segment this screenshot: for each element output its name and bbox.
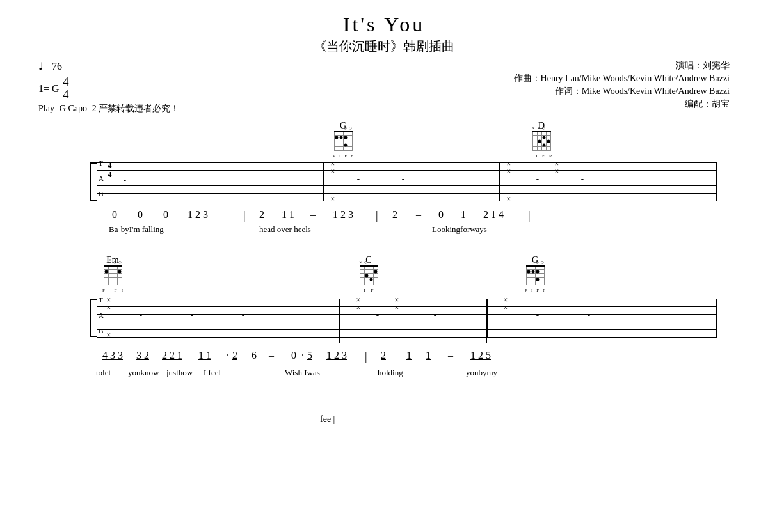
chord-g2-table <box>526 265 545 286</box>
music-content: G ○ ○ <box>38 121 730 428</box>
barline-1 <box>323 162 324 201</box>
chord-C-diagram: C × ○ <box>358 255 379 286</box>
tempo: ♩= 76 <box>38 60 179 72</box>
x-m3-t2: × <box>555 167 559 176</box>
tab-staff-2: T A B × × × - - - × × × × - <box>90 299 717 337</box>
dash-m1: - <box>124 175 126 185</box>
x-m1-t2: × <box>331 167 335 176</box>
singer: 演唱：刘宪华 <box>676 60 730 72</box>
section-2: Em ○ ○ <box>38 255 730 428</box>
arranger: 编配：胡宝 <box>685 98 730 110</box>
dash-m3-2: - <box>581 174 584 184</box>
dash-m2-2: - <box>402 174 404 184</box>
time-signature: 4 4 <box>63 76 69 102</box>
dash-m3-1: - <box>536 174 539 184</box>
chord-em-table <box>104 265 122 286</box>
chord-G-diagram: G ○ ○ <box>333 121 353 152</box>
chord-D-diagram: D × × ○ <box>531 121 552 152</box>
tab-label-b: B <box>99 191 103 198</box>
song-title: It's You <box>38 13 730 36</box>
subtitle: 《当你沉睡时》韩剧插曲 <box>38 38 730 55</box>
chord-g-table <box>334 131 353 152</box>
tab-label-b2: B <box>99 327 103 334</box>
tab-label-a2: A <box>99 311 104 319</box>
fee-bar-text: fee | <box>320 414 335 425</box>
tab-staff-1: T A B 4 4 - × × × - - × × <box>90 162 717 201</box>
chord-d-table <box>532 131 551 152</box>
page: It's You 《当你沉睡时》韩剧插曲 ♩= 76 1= G 4 4 Play… <box>0 0 768 532</box>
title-section: It's You 《当你沉睡时》韩剧插曲 <box>38 13 730 55</box>
tab-label-t: T <box>99 160 103 167</box>
tab-label-a: A <box>99 175 104 182</box>
chord-Em-diagram: Em ○ ○ <box>102 255 123 286</box>
barline-end <box>716 162 717 201</box>
capo: Play=G Capo=2 严禁转载违者必究！ <box>38 103 179 114</box>
chord-G2-diagram: G ○ ○ <box>525 255 545 286</box>
tab-label-t2: T <box>99 296 103 304</box>
dash-m2-1: - <box>357 174 360 184</box>
barline-2 <box>499 162 500 201</box>
time-sig-1: 4 4 <box>108 161 112 180</box>
chord-c-table <box>360 265 378 286</box>
meta-left: ♩= 76 1= G 4 4 Play=G Capo=2 严禁转载违者必究！ <box>38 60 179 114</box>
lyricist: 作词：Mike Woods/Kevin White/Andrew Bazzi <box>555 86 730 97</box>
x-m2-t2: × <box>507 167 511 176</box>
staff-bracket-1 <box>90 162 97 201</box>
staff-bracket-2 <box>90 299 97 337</box>
composer: 作曲：Henry Lau/Mike Woods/Kevin White/Andr… <box>514 73 730 84</box>
meta-right: 演唱：刘宪华 作曲：Henry Lau/Mike Woods/Kevin Whi… <box>514 60 730 114</box>
key: 1= G <box>38 83 60 95</box>
section-1: G ○ ○ <box>38 121 730 249</box>
meta-section: ♩= 76 1= G 4 4 Play=G Capo=2 严禁转载违者必究！ 演… <box>38 60 730 114</box>
